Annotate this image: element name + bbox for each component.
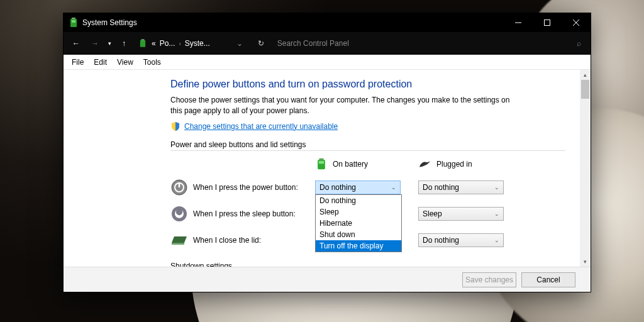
svg-rect-1 xyxy=(70,19,77,27)
svg-rect-8 xyxy=(140,40,145,47)
menu-bar: File Edit View Tools xyxy=(64,55,591,70)
option-hibernate[interactable]: Hibernate xyxy=(316,218,401,229)
chevron-down-icon: ⌄ xyxy=(494,211,499,217)
power-battery-dropdown: Do nothing Sleep Hibernate Shut down Tur… xyxy=(315,194,402,252)
search-input[interactable] xyxy=(277,39,573,48)
scroll-down-icon[interactable]: ▾ xyxy=(580,257,591,267)
chevron-right-icon: › xyxy=(179,40,180,47)
breadcrumb-a[interactable]: Po... xyxy=(160,39,175,48)
battery-app-icon xyxy=(69,18,79,28)
option-do-nothing[interactable]: Do nothing xyxy=(316,195,401,206)
lid-icon xyxy=(170,231,188,249)
maximize-button[interactable] xyxy=(533,13,562,32)
breadcrumb-pre[interactable]: « xyxy=(152,39,156,48)
section-shutdown-title: Shutdown settings xyxy=(170,262,565,267)
nav-back-button[interactable]: ← xyxy=(67,35,85,52)
row-power-button: When I press the power button: Do nothin… xyxy=(170,179,565,196)
menu-tools[interactable]: Tools xyxy=(139,56,165,69)
nav-recent-dropdown[interactable]: ▾ xyxy=(105,35,114,52)
svg-rect-11 xyxy=(319,160,324,164)
refresh-button[interactable]: ↻ xyxy=(252,35,270,52)
option-turn-off-display[interactable]: Turn off the display xyxy=(316,240,401,252)
row-label: When I press the sleep button: xyxy=(193,209,315,218)
header-battery: On battery xyxy=(333,160,368,169)
battery-icon xyxy=(315,157,328,171)
save-button[interactable]: Save changes xyxy=(462,272,516,287)
chevron-down-icon: ⌄ xyxy=(494,237,499,243)
lid-plugged-select[interactable]: Do nothing⌄ xyxy=(418,233,504,247)
minimize-button[interactable] xyxy=(504,13,533,32)
menu-edit[interactable]: Edit xyxy=(89,56,111,69)
titlebar[interactable]: System Settings xyxy=(64,13,591,32)
chevron-down-icon: ⌄ xyxy=(391,184,396,191)
battery-icon xyxy=(138,38,148,48)
svg-rect-17 xyxy=(172,243,184,245)
content-area: Define power buttons and turn on passwor… xyxy=(64,70,591,267)
header-plugged: Plugged in xyxy=(436,160,472,169)
close-button[interactable] xyxy=(562,13,591,32)
vertical-scrollbar[interactable]: ▴ ▾ xyxy=(580,70,591,267)
address-bar[interactable]: « Po... › Syste... ⌄ xyxy=(134,38,250,48)
system-settings-window: System Settings ← → ▾ ↑ « Po... › Syste.… xyxy=(63,13,591,292)
row-label: When I press the power button: xyxy=(193,183,315,192)
power-icon xyxy=(170,179,188,196)
menu-file[interactable]: File xyxy=(67,56,88,69)
sleep-icon xyxy=(170,205,188,223)
address-dropdown-button[interactable]: ⌄ xyxy=(233,39,247,48)
nav-forward-button[interactable]: → xyxy=(86,35,104,52)
scroll-thumb[interactable] xyxy=(581,80,589,99)
search-icon[interactable]: ⌕ xyxy=(577,39,581,48)
svg-point-16 xyxy=(172,206,187,221)
window-title: System Settings xyxy=(82,18,504,27)
power-battery-select[interactable]: Do nothing⌄ Do nothing Sleep Hibernate S… xyxy=(315,180,401,194)
breadcrumb-b[interactable]: Syste... xyxy=(185,39,210,48)
svg-rect-0 xyxy=(72,18,75,19)
footer-bar: Save changes Cancel xyxy=(64,267,591,292)
plug-icon xyxy=(419,157,431,171)
scroll-up-icon[interactable]: ▴ xyxy=(580,70,591,80)
nav-up-button[interactable]: ↑ xyxy=(115,35,133,52)
nav-toolbar: ← → ▾ ↑ « Po... › Syste... ⌄ ↻ ⌕ xyxy=(64,32,591,55)
search-box[interactable]: ⌕ xyxy=(272,35,587,52)
svg-rect-2 xyxy=(72,20,75,23)
divider xyxy=(170,150,565,151)
svg-rect-4 xyxy=(545,20,550,26)
page-description: Choose the power settings that you want … xyxy=(170,95,523,116)
menu-view[interactable]: View xyxy=(113,56,138,69)
chevron-down-icon: ⌄ xyxy=(494,184,499,191)
option-shut-down[interactable]: Shut down xyxy=(316,229,401,240)
cancel-button[interactable]: Cancel xyxy=(521,272,575,287)
row-label: When I close the lid: xyxy=(193,236,315,245)
section-power-title: Power and sleep buttons and lid settings xyxy=(170,140,565,149)
change-settings-link[interactable]: Change settings that are currently unava… xyxy=(184,122,338,131)
page-title: Define power buttons and turn on passwor… xyxy=(170,79,565,90)
shield-icon xyxy=(170,121,180,131)
power-plugged-select[interactable]: Do nothing⌄ xyxy=(418,180,504,194)
svg-rect-7 xyxy=(142,39,145,40)
option-sleep[interactable]: Sleep xyxy=(316,206,401,218)
sleep-plugged-select[interactable]: Sleep⌄ xyxy=(418,207,504,221)
svg-rect-9 xyxy=(319,158,324,159)
